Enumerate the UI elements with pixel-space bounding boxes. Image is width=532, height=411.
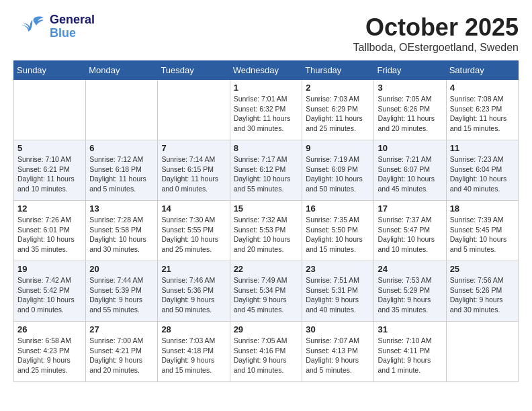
- day-info: Sunrise: 7:00 AMSunset: 4:21 PMDaylight:…: [89, 336, 154, 375]
- day-number: 17: [378, 203, 442, 214]
- day-number: 11: [450, 143, 515, 153]
- header-monday: Monday: [86, 61, 158, 80]
- day-info: Sunrise: 6:58 AMSunset: 4:23 PMDaylight:…: [17, 336, 82, 375]
- day-info: Sunrise: 7:28 AMSunset: 5:58 PMDaylight:…: [89, 215, 154, 255]
- day-number: 6: [89, 143, 154, 153]
- calendar-cell-w3-d1: 12Sunrise: 7:26 AMSunset: 6:01 PMDayligh…: [14, 201, 86, 261]
- day-number: 7: [161, 143, 226, 153]
- calendar-cell-w2-d6: 10Sunrise: 7:21 AMSunset: 6:07 PMDayligh…: [374, 140, 446, 201]
- day-info: Sunrise: 7:23 AMSunset: 6:04 PMDaylight:…: [450, 154, 515, 194]
- day-info: Sunrise: 7:30 AMSunset: 5:55 PMDaylight:…: [161, 215, 226, 255]
- day-number: 26: [17, 324, 82, 334]
- day-info: Sunrise: 7:17 AMSunset: 6:12 PMDaylight:…: [234, 154, 299, 194]
- day-info: Sunrise: 7:03 AMSunset: 4:18 PMDaylight:…: [161, 336, 226, 375]
- day-number: 15: [234, 203, 299, 214]
- day-number: 23: [306, 264, 370, 274]
- day-info: Sunrise: 7:37 AMSunset: 5:47 PMDaylight:…: [378, 215, 442, 255]
- day-info: Sunrise: 7:12 AMSunset: 6:18 PMDaylight:…: [89, 154, 154, 194]
- calendar-week-4: 19Sunrise: 7:42 AMSunset: 5:42 PMDayligh…: [14, 261, 519, 322]
- day-info: Sunrise: 7:35 AMSunset: 5:50 PMDaylight:…: [306, 215, 370, 255]
- calendar-cell-w1-d3: [158, 80, 230, 140]
- calendar-cell-w3-d4: 15Sunrise: 7:32 AMSunset: 5:53 PMDayligh…: [230, 201, 302, 261]
- calendar-week-5: 26Sunrise: 6:58 AMSunset: 4:23 PMDayligh…: [14, 322, 519, 382]
- calendar-cell-w5-d4: 29Sunrise: 7:05 AMSunset: 4:16 PMDayligh…: [230, 322, 302, 382]
- logo-general: General: [50, 13, 95, 27]
- day-number: 28: [161, 324, 226, 334]
- calendar-cell-w4-d4: 22Sunrise: 7:49 AMSunset: 5:34 PMDayligh…: [230, 261, 302, 322]
- header-thursday: Thursday: [302, 61, 374, 80]
- calendar-cell-w5-d3: 28Sunrise: 7:03 AMSunset: 4:18 PMDayligh…: [158, 322, 230, 382]
- day-info: Sunrise: 7:42 AMSunset: 5:42 PMDaylight:…: [17, 275, 82, 315]
- calendar-cell-w1-d7: 4Sunrise: 7:08 AMSunset: 6:23 PMDaylight…: [446, 80, 518, 140]
- calendar-cell-w1-d4: 1Sunrise: 7:01 AMSunset: 6:32 PMDaylight…: [230, 80, 302, 140]
- calendar-cell-w3-d3: 14Sunrise: 7:30 AMSunset: 5:55 PMDayligh…: [158, 201, 230, 261]
- calendar-cell-w3-d5: 16Sunrise: 7:35 AMSunset: 5:50 PMDayligh…: [302, 201, 374, 261]
- day-info: Sunrise: 7:46 AMSunset: 5:36 PMDaylight:…: [161, 275, 226, 315]
- day-info: Sunrise: 7:10 AMSunset: 6:21 PMDaylight:…: [17, 154, 82, 194]
- calendar-cell-w1-d6: 3Sunrise: 7:05 AMSunset: 6:26 PMDaylight…: [374, 80, 446, 140]
- calendar-cell-w1-d2: [86, 80, 158, 140]
- day-info: Sunrise: 7:39 AMSunset: 5:45 PMDaylight:…: [450, 215, 515, 255]
- day-number: 16: [306, 203, 370, 214]
- day-number: 12: [17, 203, 82, 214]
- day-info: Sunrise: 7:05 AMSunset: 6:26 PMDaylight:…: [378, 94, 442, 134]
- calendar-cell-w2-d7: 11Sunrise: 7:23 AMSunset: 6:04 PMDayligh…: [446, 140, 518, 201]
- calendar-cell-w5-d5: 30Sunrise: 7:07 AMSunset: 4:13 PMDayligh…: [302, 322, 374, 382]
- title-block: October 2025 Tallboda, OEstergoetland, S…: [353, 13, 519, 54]
- logo-blue: Blue: [50, 27, 95, 40]
- calendar-cell-w3-d7: 18Sunrise: 7:39 AMSunset: 5:45 PMDayligh…: [446, 201, 518, 261]
- day-info: Sunrise: 7:19 AMSunset: 6:09 PMDaylight:…: [306, 154, 370, 194]
- day-info: Sunrise: 7:26 AMSunset: 6:01 PMDaylight:…: [17, 215, 82, 255]
- calendar-cell-w4-d1: 19Sunrise: 7:42 AMSunset: 5:42 PMDayligh…: [14, 261, 86, 322]
- day-info: Sunrise: 7:51 AMSunset: 5:31 PMDaylight:…: [306, 275, 370, 315]
- day-number: 25: [450, 264, 515, 274]
- header-sunday: Sunday: [14, 61, 86, 80]
- calendar-cell-w4-d3: 21Sunrise: 7:46 AMSunset: 5:36 PMDayligh…: [158, 261, 230, 322]
- logo: General Blue: [13, 13, 95, 40]
- calendar-cell-w4-d6: 24Sunrise: 7:53 AMSunset: 5:29 PMDayligh…: [374, 261, 446, 322]
- calendar-cell-w5-d6: 31Sunrise: 7:10 AMSunset: 4:11 PMDayligh…: [374, 322, 446, 382]
- calendar-week-2: 5Sunrise: 7:10 AMSunset: 6:21 PMDaylight…: [14, 140, 519, 201]
- day-info: Sunrise: 7:14 AMSunset: 6:15 PMDaylight:…: [161, 154, 226, 194]
- location: Tallboda, OEstergoetland, Sweden: [353, 42, 519, 54]
- calendar-cell-w1-d5: 2Sunrise: 7:03 AMSunset: 6:29 PMDaylight…: [302, 80, 374, 140]
- day-number: 31: [378, 324, 442, 334]
- logo-text: General Blue: [50, 13, 95, 40]
- calendar-header-row: Sunday Monday Tuesday Wednesday Thursday…: [14, 61, 519, 80]
- calendar-cell-w3-d2: 13Sunrise: 7:28 AMSunset: 5:58 PMDayligh…: [86, 201, 158, 261]
- month-title: October 2025: [353, 13, 519, 42]
- calendar-cell-w2-d2: 6Sunrise: 7:12 AMSunset: 6:18 PMDaylight…: [86, 140, 158, 201]
- calendar-cell-w4-d2: 20Sunrise: 7:44 AMSunset: 5:39 PMDayligh…: [86, 261, 158, 322]
- day-number: 27: [89, 324, 154, 334]
- day-number: 21: [161, 264, 226, 274]
- header-friday: Friday: [374, 61, 446, 80]
- calendar-cell-w2-d5: 9Sunrise: 7:19 AMSunset: 6:09 PMDaylight…: [302, 140, 374, 201]
- day-number: 18: [450, 203, 515, 214]
- calendar-cell-w2-d4: 8Sunrise: 7:17 AMSunset: 6:12 PMDaylight…: [230, 140, 302, 201]
- day-info: Sunrise: 7:03 AMSunset: 6:29 PMDaylight:…: [306, 94, 370, 134]
- header-wednesday: Wednesday: [230, 61, 302, 80]
- day-info: Sunrise: 7:56 AMSunset: 5:26 PMDaylight:…: [450, 275, 515, 315]
- calendar-table: Sunday Monday Tuesday Wednesday Thursday…: [13, 60, 519, 382]
- day-info: Sunrise: 7:53 AMSunset: 5:29 PMDaylight:…: [378, 275, 442, 315]
- calendar-cell-w2-d3: 7Sunrise: 7:14 AMSunset: 6:15 PMDaylight…: [158, 140, 230, 201]
- header-saturday: Saturday: [446, 61, 518, 80]
- logo-icon: [13, 13, 47, 40]
- day-number: 5: [17, 143, 82, 153]
- calendar-cell-w5-d2: 27Sunrise: 7:00 AMSunset: 4:21 PMDayligh…: [86, 322, 158, 382]
- day-number: 9: [306, 143, 370, 153]
- calendar-cell-w2-d1: 5Sunrise: 7:10 AMSunset: 6:21 PMDaylight…: [14, 140, 86, 201]
- calendar-cell-w5-d1: 26Sunrise: 6:58 AMSunset: 4:23 PMDayligh…: [14, 322, 86, 382]
- header-tuesday: Tuesday: [158, 61, 230, 80]
- day-number: 4: [450, 83, 515, 93]
- calendar-cell-w1-d1: [14, 80, 86, 140]
- day-number: 3: [378, 83, 442, 93]
- day-number: 2: [306, 83, 370, 93]
- day-info: Sunrise: 7:08 AMSunset: 6:23 PMDaylight:…: [450, 94, 515, 134]
- calendar-cell-w4-d5: 23Sunrise: 7:51 AMSunset: 5:31 PMDayligh…: [302, 261, 374, 322]
- day-number: 8: [234, 143, 299, 153]
- day-number: 10: [378, 143, 442, 153]
- page-header: General Blue October 2025 Tallboda, OEst…: [13, 13, 519, 54]
- day-info: Sunrise: 7:21 AMSunset: 6:07 PMDaylight:…: [378, 154, 442, 194]
- day-number: 24: [378, 264, 442, 274]
